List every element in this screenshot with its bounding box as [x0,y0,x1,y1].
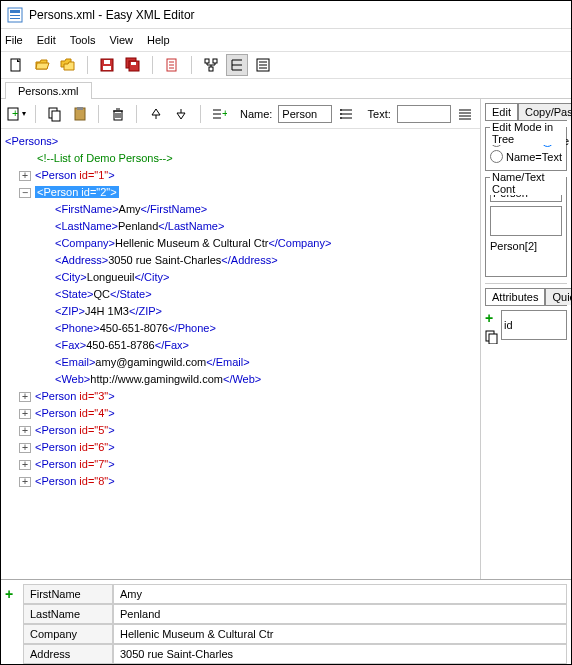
table-row[interactable]: Address3050 rue Saint-Charles [23,644,567,664]
divider [136,105,137,123]
paste-icon[interactable] [69,103,90,125]
svg-rect-59 [489,334,497,344]
table-row[interactable]: LastNamePenland [23,604,567,624]
svg-rect-10 [131,62,136,65]
prop-key: Company [23,624,113,644]
expander-icon[interactable]: + [19,426,31,436]
svg-rect-33 [52,111,60,121]
text-input[interactable] [397,105,451,123]
add-prop-icon[interactable]: + [5,586,13,602]
divider [152,56,153,74]
expander-icon[interactable]: + [19,171,31,181]
expander-icon[interactable]: + [19,477,31,487]
tree-toolbar: +▾ + Name: Text: [1,99,480,129]
table-row[interactable]: CompanyHellenic Museum & Cultural Ctr [23,624,567,644]
svg-rect-2 [10,15,20,16]
copy-attr-icon[interactable] [485,330,499,344]
name-label: Name: [240,108,272,120]
prop-key: Address [23,644,113,664]
menu-edit[interactable]: Edit [37,34,56,46]
content-fieldset: Name/Text Cont Person[2] [485,177,567,277]
svg-rect-35 [77,107,83,110]
tab-copy-paste[interactable]: Copy/Paste [518,103,571,120]
delete-icon[interactable] [107,103,128,125]
svg-point-53 [340,117,342,119]
divider [191,56,192,74]
tab-quick[interactable]: Quick [545,288,571,305]
name-input[interactable] [278,105,332,123]
tree-outline-icon[interactable] [200,54,222,76]
open-multi-icon[interactable] [57,54,79,76]
divider [98,105,99,123]
edit-mode-fieldset: Edit Mode in Tree Name Te Name=Text [485,127,567,171]
tab-edit[interactable]: Edit [485,103,518,120]
svg-rect-3 [10,18,20,19]
svg-text:+: + [222,107,227,119]
doc-tabs: Persons.xml [1,79,571,99]
menu-view[interactable]: View [109,34,133,46]
titlebar: Persons.xml - Easy XML Editor [1,1,571,29]
legend-content: Name/Text Cont [490,171,566,195]
prop-key: FirstName [23,584,113,604]
prop-key: LastName [23,604,113,624]
move-up-icon[interactable] [145,103,166,125]
bottom-panel: + FirstNameAmyLastNamePenlandCompanyHell… [1,579,571,665]
align-icon[interactable] [455,103,476,125]
validate-icon[interactable] [161,54,183,76]
prop-val[interactable]: 3050 rue Saint-Charles [113,644,567,664]
content-area[interactable] [490,206,562,236]
divider [87,56,88,74]
table-row[interactable]: FirstNameAmy [23,584,567,604]
list-icon[interactable] [336,103,357,125]
tab-attributes[interactable]: Attributes [485,288,545,305]
menu-file[interactable]: File [5,34,23,46]
svg-rect-15 [205,59,209,63]
prop-val[interactable]: Penland [113,604,567,624]
svg-rect-16 [213,59,217,63]
menu-tools[interactable]: Tools [70,34,96,46]
radio-nametext[interactable] [490,150,503,163]
prop-val[interactable]: Amy [113,584,567,604]
expander-icon[interactable]: + [19,443,31,453]
legend-edit-mode: Edit Mode in Tree [490,121,566,145]
right-panel: Edit Copy/Paste Edit Mode in Tree Name T… [480,99,571,579]
svg-point-52 [340,113,342,115]
add-node-icon[interactable]: +▾ [5,103,27,125]
app-icon [7,7,23,23]
save-icon[interactable] [96,54,118,76]
tree-view-icon[interactable] [226,54,248,76]
svg-rect-7 [103,66,111,70]
open-icon[interactable] [31,54,53,76]
attributes-panel: Attributes Quick + [485,283,567,344]
expander-icon[interactable]: − [19,188,31,198]
svg-text:+: + [12,107,18,119]
source-view-icon[interactable] [252,54,274,76]
menubar: File Edit Tools View Help [1,29,571,51]
copy-icon[interactable] [44,103,65,125]
move-down-icon[interactable] [171,103,192,125]
attr-name-input[interactable] [501,310,567,340]
property-table[interactable]: FirstNameAmyLastNamePenlandCompanyHellen… [19,580,571,665]
svg-rect-1 [10,10,20,13]
add-attr-icon[interactable]: + [485,310,499,326]
expander-icon[interactable]: + [19,392,31,402]
node-path: Person[2] [490,240,562,252]
doc-tab[interactable]: Persons.xml [5,82,92,99]
divider [35,105,36,123]
divider [200,105,201,123]
expander-icon[interactable]: + [19,409,31,419]
new-icon[interactable] [5,54,27,76]
save-all-icon[interactable] [122,54,144,76]
menu-help[interactable]: Help [147,34,170,46]
indent-icon[interactable]: + [209,103,230,125]
svg-rect-6 [104,60,110,64]
expander-icon[interactable]: + [19,460,31,470]
svg-rect-17 [209,67,213,71]
prop-val[interactable]: Hellenic Museum & Cultural Ctr [113,624,567,644]
main-toolbar [1,51,571,79]
svg-point-51 [340,109,342,111]
xml-tree[interactable]: <Persons><!--List of Demo Persons-->+<Pe… [1,129,480,579]
window-title: Persons.xml - Easy XML Editor [29,8,195,22]
text-label: Text: [368,108,391,120]
radio-nametext-label: Name=Text [506,151,562,163]
